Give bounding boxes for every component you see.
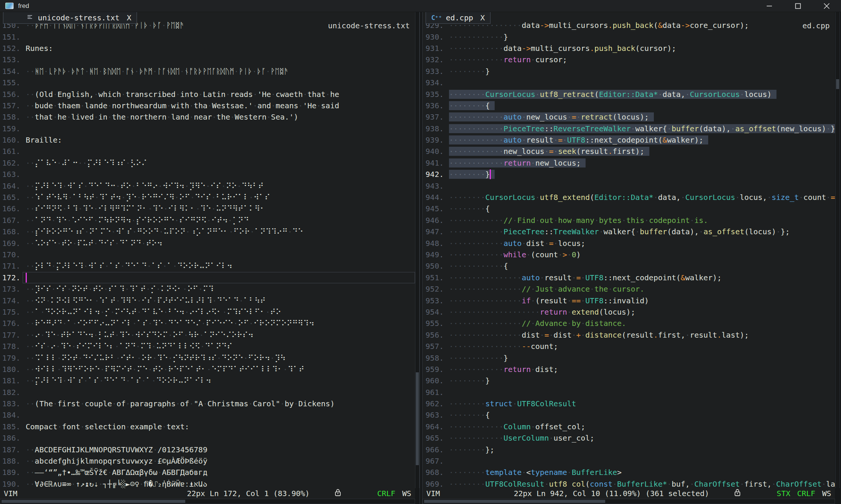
code-line[interactable]: 947.············PieceTree::TreeWalker·wa…	[423, 226, 835, 237]
code-line[interactable]: 167.··⠁⠝⠙·⠹⠑·⠡⠊⠑⠋·⠍⠳⠗⠝⠻⠲·⡎⠊⠗⠕⠕⠛⠑·⠎⠊⠛⠝⠫·⠊…	[0, 215, 415, 226]
code-line[interactable]: 182.	[0, 387, 415, 398]
code-line[interactable]: 948.············auto·dist·=·locus;	[423, 237, 835, 249]
code-line[interactable]: 179.··⠩⠁⠇⠇·⠝⠕⠞·⠙⠊⠌⠥⠗⠃·⠊⠞⠂·⠕⠗·⠹⠑·⡊⠳⠝⠞⠗⠹⠰⠎…	[0, 352, 415, 363]
code-line[interactable]: 952.················//·Just·advance·the·…	[423, 283, 835, 295]
code-line[interactable]: 932.············return·cursor;	[423, 54, 835, 65]
code-line[interactable]: 962.········struct·UTF8ColResult	[423, 398, 835, 409]
code-line[interactable]: 957.················--count;	[423, 341, 835, 352]
code-line[interactable]: 183.··(The·first·couple·of·paragraphs·of…	[0, 398, 415, 409]
code-line[interactable]: 944.········CursorLocus·utf8_extend(Edit…	[423, 192, 835, 203]
code-line[interactable]: 961.	[423, 387, 835, 398]
code-line[interactable]: 168.··⡎⠊⠗⠕⠕⠛⠑⠰⠎·⠝⠁⠍⠑·⠺⠁⠎·⠛⠕⠕⠙·⠥⠏⠕⠝·⠰⡡⠁⠝⠛…	[0, 226, 415, 237]
code-line[interactable]: 181.··⡍⠜⠇⠑⠹·⠺⠁⠎·⠁⠎·⠙⠑⠁⠙·⠁⠎·⠁·⠙⠕⠕⠗⠤⠝⠁⠊⠇⠲	[0, 375, 415, 386]
code-line[interactable]: 174.··⠪⠝·⠅⠝⠪⠇⠫⠛⠑⠂·⠱⠁⠞·⠹⠻⠑·⠊⠎·⠏⠜⠞⠊⠊⠥⠇⠜⠇⠹·…	[0, 295, 415, 306]
code-line[interactable]: 180.··⠺⠊⠇⠇·⠹⠻⠑⠋⠕⠗⠑·⠏⠻⠍⠊⠞·⠍⠑·⠞⠕·⠗⠑⠏⠑⠁⠞⠂·⠑…	[0, 364, 415, 375]
code-line[interactable]: 930.············}	[423, 31, 835, 42]
code-line[interactable]: 155.	[0, 77, 415, 88]
whitespace-indicator[interactable]: WS	[402, 489, 411, 498]
tab-close-icon[interactable]: X	[127, 13, 131, 22]
code-line[interactable]: 945.········{	[423, 203, 835, 214]
eol-indicator[interactable]: CRLF	[797, 489, 815, 498]
code-line[interactable]: 949.············while·(count·>·0)	[423, 249, 835, 260]
tab-close-icon[interactable]: X	[480, 13, 485, 22]
left-horizontal-scrollbar[interactable]	[0, 499, 415, 504]
code-line[interactable]: 941.············return·new_locus;	[423, 157, 835, 169]
tab-ed-cpp[interactable]: C⁺⁺ ed.cpp X	[426, 12, 490, 24]
code-line[interactable]: 172.	[0, 272, 415, 283]
code-line[interactable]: 935.········CursorLocus·utf8_retract(Edi…	[423, 88, 835, 100]
code-line[interactable]: 169.··⠡⠕⠎⠑·⠞⠕·⠏⠥⠞·⠙⠊⠎·⠙⠁⠝⠙·⠞⠕⠲	[0, 237, 415, 249]
code-line[interactable]: 154.··ᚻᛖ·ᚳᚹᚫᚦ·ᚦᚫᛏ·ᚻᛖ·ᛒᚢᛞᛖ·ᚩᚾ·ᚦᚫᛗ·ᛚᚪᚾᛞᛖ·ᚾ…	[0, 66, 415, 77]
code-line[interactable]: 160.Braille:	[0, 134, 415, 146]
code-line[interactable]: 967.	[423, 455, 835, 467]
code-line[interactable]: 964.············Column·offset_col;	[423, 421, 835, 432]
code-line[interactable]: 161.	[0, 146, 415, 157]
code-line[interactable]: 963.········{	[423, 409, 835, 421]
code-line[interactable]: 953.················if·(result·==·UTF8::…	[423, 295, 835, 306]
right-horizontal-scrollbar[interactable]	[423, 499, 835, 504]
left-editor-pane[interactable]: 150.··ᚦᚫᛗ·ᛚᚪᚾᛞᛖ·ᚾᚩᚱᚦᚹᛖᚪᚱᛞᚢᛗ·ᚹᛁᚦ·ᚦᚪ·ᚹᛖᛥᚫ1…	[0, 12, 415, 488]
code-line[interactable]: 151.	[0, 31, 415, 42]
right-vertical-scrollbar[interactable]	[835, 12, 840, 488]
code-line[interactable]: 157.··bude·thaem·lande·northweardum·with…	[0, 100, 415, 111]
code-line[interactable]: 164.··⡍⠜⠇⠑⠹·⠺⠁⠎·⠙⠑⠁⠙⠒·⠞⠕·⠃⠑⠛⠔·⠺⠊⠹⠲·⡹⠻⠑·⠊…	[0, 180, 415, 191]
code-line[interactable]: 931.············data->multi_cursors.push…	[423, 43, 835, 54]
code-line[interactable]: 946.············//·Find·out·how·many·byt…	[423, 215, 835, 226]
code-line[interactable]: 184.	[0, 409, 415, 421]
code-line[interactable]: 966.········};	[423, 444, 835, 455]
code-line[interactable]: 165.··⠱⠁⠞⠑⠧⠻·⠁⠃⠳⠞·⠹⠁⠞⠲·⡹⠑·⠗⠑⠛⠊⠌⠻·⠕⠋·⠙⠊⠎·…	[0, 192, 415, 203]
code-line[interactable]: 951.················auto·result·=·UTF8::…	[423, 272, 835, 283]
left-horizontal-scrollbar-thumb[interactable]	[2, 500, 185, 503]
code-line[interactable]: 969.········UTF8ColResult·utf8_col(const…	[423, 478, 835, 488]
code-line[interactable]: 188.··abcdefghijklmnopqrstuvwxyz·£©µÀÆÖÞ…	[0, 455, 415, 467]
left-vertical-scrollbar-thumb[interactable]	[416, 372, 419, 465]
code-line[interactable]: 933.········}	[423, 66, 835, 77]
code-line[interactable]: 960.········}	[423, 375, 835, 386]
code-line[interactable]: 956.················dist·=·dist·+·distan…	[423, 329, 835, 341]
code-line[interactable]: 159.	[0, 123, 415, 134]
titlebar[interactable]: fred	[0, 0, 841, 12]
right-vertical-scrollbar-thumb[interactable]	[836, 79, 839, 89]
code-line[interactable]: 162.··⡌⠁⠧⠑·⠼⠁⠒··⡍⠜⠇⠑⠹⠰⠎·⡣⠕⠌	[0, 157, 415, 169]
code-line[interactable]: 175.··⠁·⠙⠕⠕⠗⠤⠝⠁⠊⠇⠲·⡊·⠍⠊⠣⠞·⠙⠁⠧⠑·⠃⠑⠲·⠔⠊⠇⠔⠫…	[0, 306, 415, 318]
code-line[interactable]: 939.············auto·result·=·UTF8::next…	[423, 134, 835, 146]
code-line[interactable]: 170.	[0, 249, 415, 260]
code-line[interactable]: 171.··⡕⠇⠙·⡍⠜⠇⠑⠹·⠺⠁⠎·⠁⠎·⠙⠑⠁⠙·⠁⠎·⠁·⠙⠕⠕⠗⠤⠝⠁…	[0, 260, 415, 272]
tab-unicode-stress[interactable]: unicode-stress.txt X	[3, 12, 137, 24]
code-line[interactable]: 968.········template·<typename·BufferLik…	[423, 467, 835, 478]
code-line[interactable]: 942.········}	[423, 169, 835, 180]
code-line[interactable]: 936.········{	[423, 100, 835, 111]
code-line[interactable]: 176.··⠗⠑⠛⠜⠙·⠁·⠊⠕⠋⠋⠔⠤⠝⠁⠊⠇·⠁⠎·⠹⠑·⠙⠑⠁⠙⠑⠌·⠏⠊…	[0, 318, 415, 329]
code-line[interactable]: 152.Runes:	[0, 43, 415, 54]
right-editor-pane[interactable]: 929.················data->multi_cursors.…	[423, 12, 835, 488]
maximize-button[interactable]	[784, 0, 812, 12]
code-line[interactable]: 950.············{	[423, 260, 835, 272]
code-line[interactable]: 173.··⡹⠊⠎·⠊⠎·⠝⠕⠞·⠞⠕·⠎⠁⠹·⠹⠁⠞·⡊·⠅⠝⠪⠂·⠕⠋·⠍⠹	[0, 283, 415, 295]
code-line[interactable]: 938.············PieceTree::ReverseTreeWa…	[423, 123, 835, 134]
code-line[interactable]: 185.Compact·font·selection·example·text:	[0, 421, 415, 432]
left-vertical-scrollbar[interactable]	[415, 12, 420, 488]
code-line[interactable]: 153.	[0, 54, 415, 65]
code-line[interactable]: 965.············UserColumn·user_col;	[423, 432, 835, 444]
code-line[interactable]: 955.················//·Advance·by·distan…	[423, 318, 835, 329]
code-line[interactable]: 958.············}	[423, 352, 835, 363]
pane-divider[interactable]	[420, 12, 423, 504]
code-line[interactable]: 163.	[0, 169, 415, 180]
right-horizontal-scrollbar-thumb[interactable]	[424, 500, 605, 503]
code-line[interactable]: 959.············return·dist;	[423, 364, 835, 375]
code-line[interactable]: 940.············new_locus·=·seek(result.…	[423, 146, 835, 157]
code-line[interactable]: 954.····················return·extend(lo…	[423, 306, 835, 318]
code-line[interactable]: 186.	[0, 432, 415, 444]
code-line[interactable]: 937.············auto·new_locus·=·retract…	[423, 111, 835, 123]
code-line[interactable]: 190.··∀∂∈ℝ∧∪≡∞·↑↗↨↻⇣·┐┼╔╘░►☺♀·ﬁ�⑀₂ἠḂӥẄɐː…	[0, 478, 415, 488]
minimize-button[interactable]	[755, 0, 784, 12]
code-line[interactable]: 943.	[423, 180, 835, 191]
eol-indicator[interactable]: CRLF	[377, 489, 395, 498]
code-line[interactable]: 156.··(Old·English,·which·transcribed·in…	[0, 88, 415, 100]
code-line[interactable]: 166.··⠎⠊⠛⠝⠫·⠃⠹·⠹⠑·⠊⠇⠻⠛⠹⠍⠁⠝⠂·⠹⠑·⠊⠇⠻⠅⠂·⠹⠑·…	[0, 203, 415, 214]
code-line[interactable]: 178.··⠊⠎·⠔·⠹⠑·⠎⠊⠍⠊⠇⠑⠆·⠁⠝⠙·⠍⠹·⠥⠝⠙⠁⠇⠇⠪⠫·⠙⠁…	[0, 341, 415, 352]
whitespace-indicator[interactable]: WS	[822, 489, 831, 498]
close-button[interactable]	[812, 0, 841, 12]
code-line[interactable]: 158.··that·he·lived·in·the·northern·land…	[0, 111, 415, 123]
code-line[interactable]: 189.··–—‘“”„†•…‰™œŠŸž€·ΑΒΓΔΩαβγδω·АБВГДа…	[0, 467, 415, 478]
